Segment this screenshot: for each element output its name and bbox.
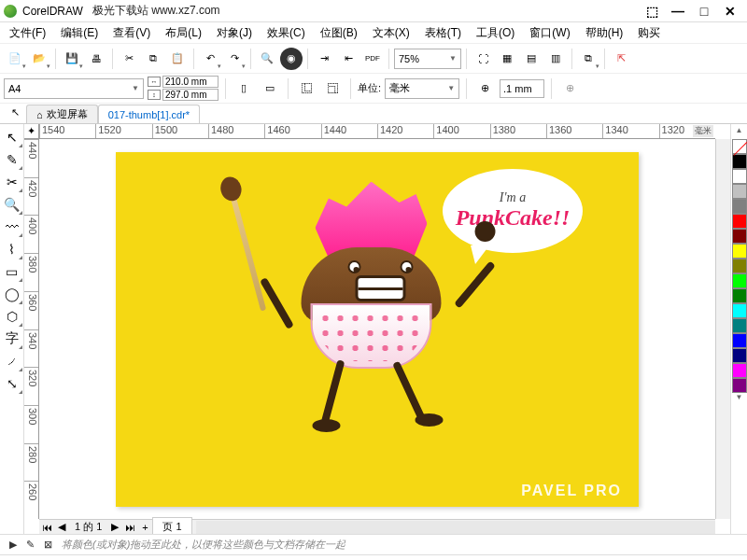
undo-button[interactable]: ↶▾ — [199, 48, 221, 70]
page-next-button[interactable]: ▶ — [107, 521, 122, 533]
color-swatch[interactable] — [732, 169, 747, 184]
portrait-button[interactable]: ▯ — [233, 77, 255, 100]
menu-item[interactable]: 购买 — [630, 23, 668, 43]
menu-item[interactable]: 文本(X) — [365, 23, 417, 43]
scrollbar-vertical[interactable] — [715, 139, 730, 519]
color-swatch[interactable] — [732, 333, 747, 348]
color-swatch[interactable] — [732, 229, 747, 244]
menu-item[interactable]: 效果(C) — [260, 23, 313, 43]
color-swatch[interactable] — [732, 184, 747, 199]
connector-tool[interactable]: ⤡ — [1, 372, 23, 395]
pick-tool-tab-icon[interactable]: ↖ — [4, 101, 26, 123]
menu-item[interactable]: 工具(O) — [469, 23, 522, 43]
print-button[interactable]: 🖶 — [85, 48, 107, 70]
menu-item[interactable]: 帮助(H) — [578, 23, 631, 43]
shape-tool[interactable]: ✎ — [1, 148, 23, 171]
page-first-button[interactable]: ⏮ — [39, 522, 54, 533]
current-page-button[interactable]: ⿹ — [321, 77, 344, 100]
page-tab[interactable]: 页 1 — [152, 517, 191, 534]
color-swatch[interactable] — [732, 378, 747, 393]
save-button[interactable]: 💾▾ — [61, 48, 83, 70]
color-swatch[interactable] — [732, 273, 747, 288]
color-swatch[interactable] — [732, 214, 747, 229]
palette-down-button[interactable]: ▼ — [731, 393, 747, 406]
page-width-input[interactable] — [162, 76, 218, 88]
landscape-button[interactable]: ▭ — [259, 77, 281, 100]
all-pages-button[interactable]: ⿺ — [295, 77, 317, 100]
rectangle-tool[interactable]: ▭ — [1, 260, 23, 283]
launch-button[interactable]: ⇱ — [610, 48, 632, 70]
parallel-dimension-tool[interactable]: ⟋ — [1, 350, 23, 372]
crop-tool[interactable]: ✂ — [1, 171, 23, 193]
ruler-vertical[interactable]: 440420400380360340320300280260 — [24, 139, 39, 519]
color-swatch[interactable] — [732, 348, 747, 363]
menu-item[interactable]: 文件(F) — [2, 23, 53, 43]
color-swatch[interactable] — [732, 154, 747, 169]
color-swatch[interactable] — [732, 288, 747, 303]
guides-button[interactable]: ▥ — [544, 48, 567, 70]
palette-none-icon[interactable]: ⊠ — [44, 539, 52, 551]
paper-size-combo[interactable]: A4▼ — [4, 78, 144, 99]
menu-item[interactable]: 布局(L) — [158, 23, 209, 43]
scrollbar-horizontal[interactable] — [196, 521, 715, 534]
color-swatch[interactable] — [732, 259, 747, 273]
palette-up-button[interactable]: ▲ — [731, 126, 747, 139]
ruler-horizontal[interactable]: 1540152015001480146014401420140013801360… — [39, 124, 715, 139]
zoom-tool[interactable]: 🔍 — [1, 193, 23, 216]
copy-button[interactable]: ⧉ — [142, 48, 164, 70]
redo-button[interactable]: ↷▾ — [223, 48, 246, 70]
ruler-origin[interactable]: ✦ — [24, 124, 39, 139]
page-add-button[interactable]: + — [137, 522, 152, 533]
maximize-button[interactable]: □ — [691, 2, 717, 21]
zoom-combo[interactable]: 75%▼ — [394, 49, 461, 69]
paste-button[interactable]: 📋 — [166, 48, 189, 70]
eyedropper-icon[interactable]: ✎ — [26, 539, 35, 551]
color-swatch[interactable] — [732, 363, 747, 378]
notification-icon[interactable]: ⬚ — [639, 2, 665, 21]
close-button[interactable]: ✕ — [717, 2, 743, 21]
minimize-button[interactable]: — — [665, 2, 691, 21]
options-button[interactable]: ◉ — [280, 48, 303, 70]
new-button[interactable]: 📄▾ — [4, 48, 26, 70]
menu-item[interactable]: 表格(T) — [417, 23, 469, 43]
color-swatch[interactable] — [732, 199, 747, 214]
page-height-input[interactable] — [162, 89, 218, 101]
export-button[interactable]: ⇤ — [337, 48, 359, 70]
units-combo[interactable]: 毫米▼ — [385, 78, 459, 99]
artwork[interactable]: I'm a PunkCake!! PAVEL PRO — [116, 152, 639, 507]
swatch-none[interactable] — [732, 139, 747, 154]
document-palette: ▶ ✎ ⊠ 将颜色(或对象)拖动至此处，以便将这些颜色与文档存储在一起 — [0, 534, 747, 554]
add-preset-button[interactable]: ⊕ — [558, 77, 581, 100]
palette-next-icon[interactable]: ▶ — [9, 539, 17, 551]
cut-button[interactable]: ✂ — [118, 48, 140, 70]
units-label: 单位: — [358, 81, 381, 95]
rulers-button[interactable]: ▦ — [496, 48, 518, 70]
search-button[interactable]: 🔍 — [256, 48, 278, 70]
publish-pdf-button[interactable]: PDF — [361, 48, 384, 70]
fullscreen-button[interactable]: ⛶ — [472, 48, 494, 70]
viewport[interactable]: I'm a PunkCake!! PAVEL PRO — [39, 139, 715, 519]
artistic-media-tool[interactable]: ⌇ — [1, 238, 23, 260]
freehand-tool[interactable]: 〰 — [1, 216, 23, 238]
polygon-tool[interactable]: ⬡ — [1, 305, 23, 328]
tab-welcome[interactable]: ⌂欢迎屏幕 — [26, 105, 98, 123]
snap-button[interactable]: ⧉▾ — [577, 48, 599, 70]
pick-tool[interactable]: ↖ — [1, 126, 23, 148]
import-button[interactable]: ⇥ — [313, 48, 335, 70]
menu-item[interactable]: 位图(B) — [313, 23, 365, 43]
open-button[interactable]: 📂▾ — [28, 48, 50, 70]
nudge-input[interactable] — [500, 79, 544, 98]
grid-button[interactable]: ▤ — [520, 48, 543, 70]
page-last-button[interactable]: ⏭ — [122, 522, 137, 533]
color-swatch[interactable] — [732, 303, 747, 318]
page-prev-button[interactable]: ◀ — [54, 521, 69, 533]
menu-item[interactable]: 编辑(E) — [53, 23, 106, 43]
color-swatch[interactable] — [732, 318, 747, 333]
text-tool[interactable]: 字 — [1, 328, 23, 350]
menu-item[interactable]: 查看(V) — [106, 23, 158, 43]
menu-item[interactable]: 窗口(W) — [522, 23, 577, 43]
color-swatch[interactable] — [732, 244, 747, 259]
tab-document[interactable]: 017-thumb[1].cdr* — [98, 105, 200, 123]
ellipse-tool[interactable]: ◯ — [1, 283, 23, 305]
menu-item[interactable]: 对象(J) — [209, 23, 260, 43]
